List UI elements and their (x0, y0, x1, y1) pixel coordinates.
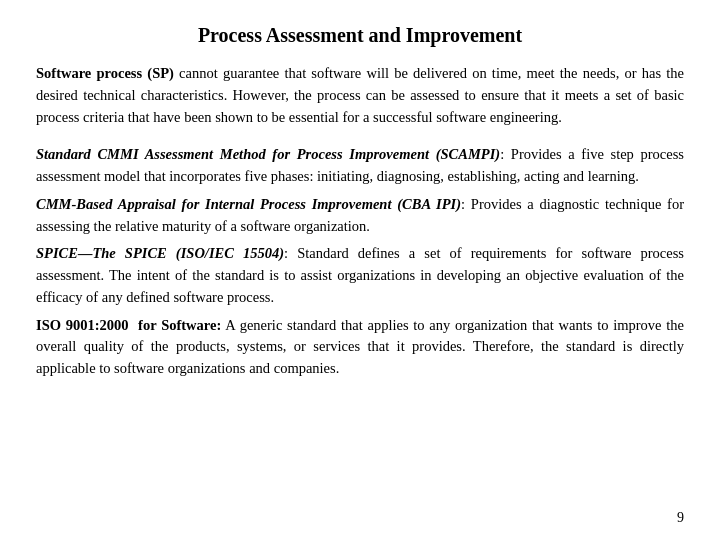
spice-term: SPICE—The SPICE (ISO/IEC 15504) (36, 245, 284, 261)
cba-ipi-section: CMM-Based Appraisal for Internal Process… (36, 194, 684, 238)
slide-page: Process Assessment and Improvement Softw… (0, 0, 720, 540)
spice-section: SPICE—The SPICE (ISO/IEC 15504): Standar… (36, 243, 684, 308)
sp-term: Software process (SP) (36, 65, 174, 81)
iso-term: ISO 9001:2000 for Software: (36, 317, 221, 333)
slide-title: Process Assessment and Improvement (36, 24, 684, 47)
iso-section: ISO 9001:2000 for Software: A generic st… (36, 315, 684, 380)
scampi-term: Standard CMMI Assessment Method for Proc… (36, 146, 500, 162)
cba-ipi-term: CMM-Based Appraisal for Internal Process… (36, 196, 461, 212)
page-number: 9 (677, 510, 684, 526)
intro-paragraph: Software process (SP) cannot guarantee t… (36, 63, 684, 128)
scampi-section: Standard CMMI Assessment Method for Proc… (36, 144, 684, 188)
